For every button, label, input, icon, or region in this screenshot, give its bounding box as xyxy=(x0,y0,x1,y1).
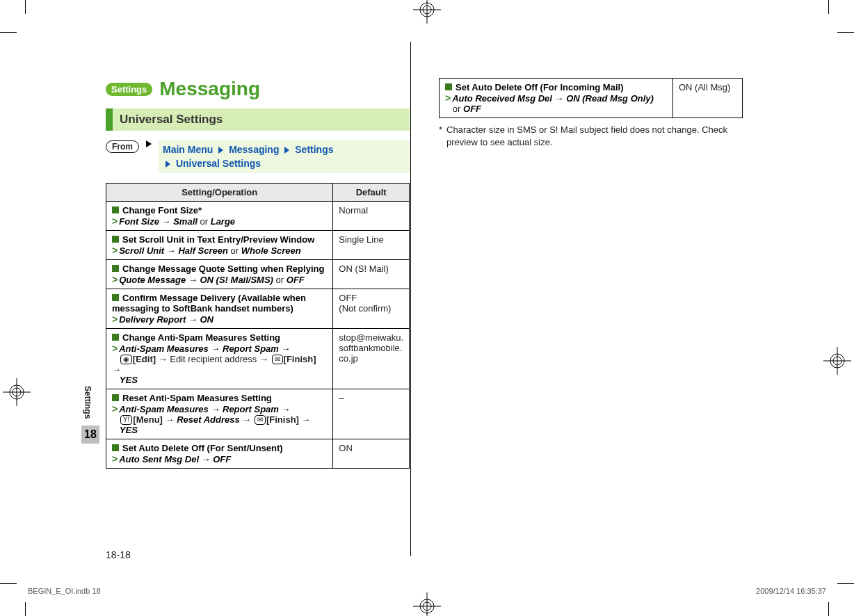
settings-pill: Settings xyxy=(106,83,152,96)
breadcrumb: Main Menu Messaging Settings Universal S… xyxy=(159,140,410,173)
square-bullet-icon xyxy=(112,236,119,243)
square-bullet-icon xyxy=(112,265,119,272)
table-row: Reset Anti-Spam Measures Setting>Anti-Sp… xyxy=(106,389,410,439)
table-row: Set Auto Delete Off (For Sent/Unsent)>Au… xyxy=(106,439,410,469)
default-cell: Single Line xyxy=(333,231,410,260)
default-cell: Normal xyxy=(333,202,410,231)
breadcrumb-item: Main Menu xyxy=(163,144,213,155)
crop-mark xyxy=(837,583,854,584)
table-header-default: Default xyxy=(333,184,410,202)
operation-title: Change Anti-Spam Measures Setting xyxy=(122,332,280,343)
right-column: Set Auto Delete Off (For Incoming Mail)>… xyxy=(439,78,743,540)
operation-cell: Change Message Quote Setting when Replyi… xyxy=(106,260,333,289)
operation-title: Change Font Size* xyxy=(122,205,202,216)
square-bullet-icon xyxy=(112,334,119,341)
footnote-text: Character size in SMS or S! Mail subject… xyxy=(446,124,743,148)
operation-cell: Set Auto Delete Off (For Incoming Mail)>… xyxy=(440,79,673,118)
table-row: Change Message Quote Setting when Replyi… xyxy=(106,260,410,289)
operation-cell: Set Auto Delete Off (For Sent/Unsent)>Au… xyxy=(106,439,333,469)
table-row: Set Scroll Unit in Text Entry/Preview Wi… xyxy=(106,231,410,260)
chevron-right-icon xyxy=(284,147,289,154)
registration-mark xyxy=(821,344,854,378)
operation-cell: Change Font Size*>Font Size → Small or L… xyxy=(106,202,333,231)
asterisk-icon: * xyxy=(439,124,442,148)
default-cell: stop@meiwaku.softbankmobile.co.jp xyxy=(333,329,410,389)
sidebar-label: Settings xyxy=(81,379,94,425)
operation-title: Change Message Quote Setting when Replyi… xyxy=(122,264,324,274)
footnote: * Character size in SMS or S! Mail subje… xyxy=(439,124,743,148)
print-footer: BEGIN_E_OI.indb 18 2009/12/14 16:35:37 xyxy=(28,587,826,595)
print-timestamp: 2009/12/14 16:35:37 xyxy=(756,587,826,595)
operation-title: Reset Anti-Spam Measures Setting xyxy=(122,393,272,403)
crop-mark xyxy=(828,602,829,616)
settings-table-right: Set Auto Delete Off (For Incoming Mail)>… xyxy=(439,78,743,118)
crop-mark xyxy=(837,32,854,33)
operation-title: Set Scroll Unit in Text Entry/Preview Wi… xyxy=(122,234,314,245)
arrow-right-icon xyxy=(146,140,152,147)
crop-mark xyxy=(0,32,17,33)
square-bullet-icon xyxy=(112,444,119,451)
table-row: Confirm Message Delivery (Available when… xyxy=(106,289,410,329)
breadcrumb-item: Universal Settings xyxy=(176,158,261,169)
crop-mark xyxy=(25,602,26,616)
left-column: Settings Messaging Universal Settings Fr… xyxy=(106,78,410,540)
sidebar-tab: Settings 18 xyxy=(81,379,99,444)
square-bullet-icon xyxy=(112,294,119,301)
operation-title: Set Auto Delete Off (For Sent/Unsent) xyxy=(122,443,283,453)
page-title: Messaging xyxy=(159,78,260,100)
default-cell: ON xyxy=(333,439,410,469)
operation-cell: Reset Anti-Spam Measures Setting>Anti-Sp… xyxy=(106,389,333,439)
crop-mark xyxy=(0,583,17,584)
settings-table-left: Setting/Operation Default Change Font Si… xyxy=(106,183,410,469)
table-row: Change Anti-Spam Measures Setting>Anti-S… xyxy=(106,329,410,389)
table-header-operation: Setting/Operation xyxy=(106,184,333,202)
square-bullet-icon xyxy=(112,394,119,401)
default-cell: OFF(Not confirm) xyxy=(333,289,410,329)
chevron-right-icon xyxy=(166,161,170,168)
section-title: Universal Settings xyxy=(106,108,410,131)
page: Settings Messaging Universal Settings Fr… xyxy=(0,0,854,616)
source-filename: BEGIN_E_OI.indb 18 xyxy=(28,587,101,595)
from-badge: From xyxy=(106,140,139,153)
crop-mark xyxy=(828,0,829,14)
operation-cell: Change Anti-Spam Measures Setting>Anti-S… xyxy=(106,329,333,389)
operation-title: Set Auto Delete Off (For Incoming Mail) xyxy=(456,82,623,92)
breadcrumb-item: Settings xyxy=(295,144,333,155)
registration-mark xyxy=(410,0,444,26)
page-heading: Settings Messaging xyxy=(106,78,410,100)
default-cell: – xyxy=(333,389,410,439)
operation-title: Confirm Message Delivery (Available when… xyxy=(112,293,306,314)
breadcrumb-row: From Main Menu Messaging Settings Univer… xyxy=(106,140,410,173)
operation-cell: Confirm Message Delivery (Available when… xyxy=(106,289,333,329)
default-cell: ON (All Msg) xyxy=(673,79,743,118)
square-bullet-icon xyxy=(112,206,119,213)
registration-mark xyxy=(0,375,33,409)
table-row: Set Auto Delete Off (For Incoming Mail)>… xyxy=(440,79,743,118)
page-number: 18-18 xyxy=(106,549,131,560)
table-row: Change Font Size*>Font Size → Small or L… xyxy=(106,202,410,231)
default-cell: ON (S! Mail) xyxy=(333,260,410,289)
operation-cell: Set Scroll Unit in Text Entry/Preview Wi… xyxy=(106,231,333,260)
square-bullet-icon xyxy=(445,83,452,90)
chevron-right-icon xyxy=(218,147,223,154)
content-area: Settings Messaging Universal Settings Fr… xyxy=(106,78,743,540)
sidebar-chapter-number: 18 xyxy=(81,425,99,444)
crop-mark xyxy=(25,0,26,14)
breadcrumb-item: Messaging xyxy=(229,144,279,155)
